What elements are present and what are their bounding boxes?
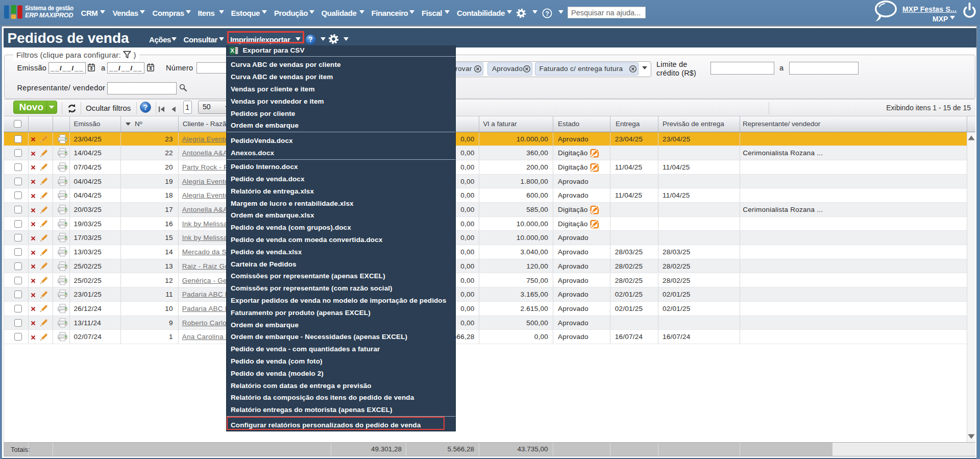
svg-text:?: ? (545, 10, 549, 17)
svg-text:X: X (230, 47, 234, 54)
svg-text:?: ? (308, 35, 312, 43)
svg-text:8: 8 (150, 66, 152, 71)
svg-text:8: 8 (90, 66, 93, 71)
svg-text:?: ? (143, 103, 148, 111)
